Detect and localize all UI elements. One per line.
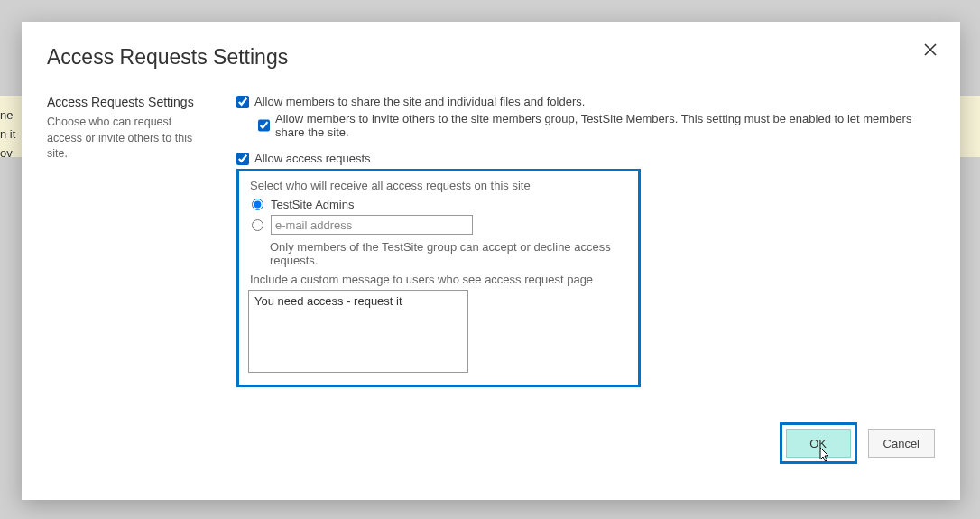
recipient-email-input[interactable] — [271, 215, 473, 235]
only-members-hint: Only members of the TestSite group can a… — [270, 240, 629, 267]
settings-form-column: Allow members to share the site and indi… — [236, 95, 935, 387]
ok-button[interactable]: OK — [786, 429, 851, 458]
include-message-label: Include a custom message to users who se… — [250, 273, 629, 286]
bg-line: n it — [0, 127, 15, 141]
allow-share-row: Allow members to share the site and indi… — [236, 95, 935, 108]
allow-invite-checkbox[interactable] — [258, 119, 270, 132]
allow-requests-row: Allow access requests — [236, 152, 935, 165]
settings-description-column: Access Requests Settings Choose who can … — [47, 95, 200, 387]
section-heading: Access Requests Settings — [47, 95, 200, 109]
allow-share-checkbox[interactable] — [236, 96, 249, 108]
access-requests-dialog: Access Requests Settings Access Requests… — [22, 22, 960, 500]
bg-line: ov — [0, 146, 13, 160]
custom-message-textarea[interactable] — [248, 290, 468, 373]
recipient-email-row — [252, 215, 629, 235]
allow-share-label: Allow members to share the site and indi… — [254, 95, 585, 108]
bg-line: ne — [0, 108, 13, 122]
close-button[interactable] — [919, 38, 942, 61]
recipient-admins-label: TestSite Admins — [271, 198, 355, 211]
dialog-content: Access Requests Settings Choose who can … — [47, 95, 935, 387]
recipient-admins-radio[interactable] — [252, 199, 263, 210]
cancel-button[interactable]: Cancel — [868, 429, 935, 458]
close-icon — [924, 43, 937, 56]
select-who-label: Select who will receive all access reque… — [250, 179, 629, 192]
recipient-admins-row: TestSite Admins — [252, 198, 629, 211]
allow-requests-checkbox[interactable] — [236, 153, 249, 165]
allow-invite-label: Allow members to invite others to the si… — [275, 112, 935, 139]
background-partial-text: ne n it ov — [0, 107, 15, 162]
section-description: Choose who can request access or invite … — [47, 115, 200, 162]
ok-button-highlight: OK — [780, 422, 857, 464]
access-request-details-box: Select who will receive all access reque… — [236, 169, 641, 387]
recipient-email-radio[interactable] — [252, 219, 263, 231]
allow-invite-row: Allow members to invite others to the si… — [236, 112, 935, 139]
dialog-buttons: OK Cancel — [780, 422, 935, 464]
allow-requests-label: Allow access requests — [254, 152, 371, 165]
dialog-title: Access Requests Settings — [47, 45, 935, 70]
